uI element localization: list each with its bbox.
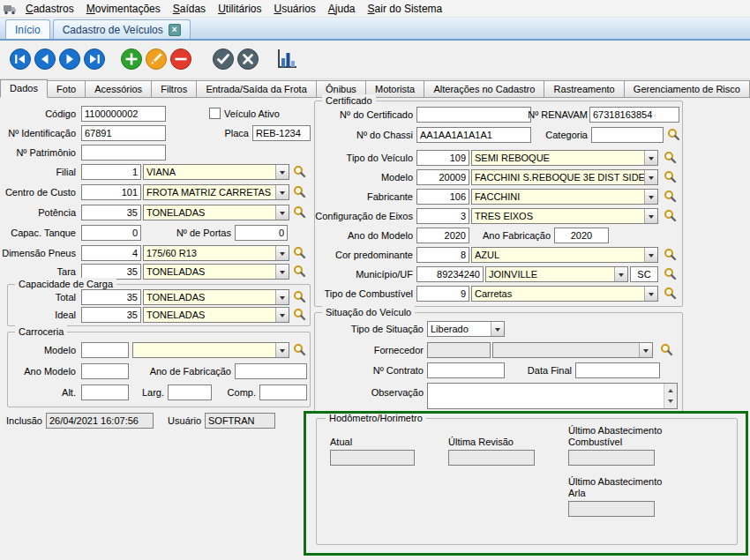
page-tab-entrada-saida[interactable]: Entrada/Saída da Frota [197,80,317,98]
abastecimento-combustivel-input[interactable] [568,450,655,466]
cor-search-icon[interactable] [664,248,677,261]
chevron-down-icon[interactable] [275,205,289,220]
chevron-down-icon[interactable] [644,248,657,262]
tara-search-icon[interactable] [293,265,306,278]
municipio-search-icon[interactable] [664,267,677,280]
chevron-down-icon[interactable] [275,165,289,179]
ultima-revisao-input[interactable] [448,450,535,466]
chevron-down-icon[interactable] [644,151,657,165]
config-eixos-code-input[interactable] [416,208,469,224]
ano-modelo-input[interactable] [416,228,469,243]
page-tab-filtros[interactable]: Filtros [152,80,197,98]
hodometro-atual-input[interactable] [330,450,415,466]
combustivel-combo[interactable]: Carretas [471,286,658,302]
modelo-combo[interactable]: FACCHINI S.REBOQUE 3E DIST SIDER [471,169,658,185]
codigo-input[interactable] [81,106,166,122]
ano-fabricacao-input[interactable] [554,228,609,243]
fornecedor-code-input[interactable] [427,342,491,358]
ideal-search-icon[interactable] [293,308,306,321]
close-tab-icon[interactable]: × [169,24,181,36]
categoria-input[interactable] [591,127,664,143]
tipo-situacao-combo[interactable]: Liberado [427,321,505,337]
tab-cadastro-de-veiculos[interactable]: Cadastro de Veículos × [53,19,191,39]
fabricante-search-icon[interactable] [664,190,677,203]
menu-utilitarios[interactable]: Utilitários [212,0,267,18]
next-record-button[interactable] [58,48,81,71]
menu-saidas[interactable]: Saídas [167,0,212,18]
veiculo-ativo-checkbox[interactable] [209,108,221,119]
page-tab-foto[interactable]: Foto [48,80,86,98]
alt-input[interactable] [81,385,129,400]
data-final-input[interactable] [575,362,660,378]
num-certificado-input[interactable] [416,107,531,123]
uf-input[interactable] [630,266,658,282]
renavam-input[interactable] [589,107,679,123]
centro-custo-code-input[interactable] [81,184,141,200]
potencia-combo[interactable]: TONELADAS [143,205,289,220]
potencia-search-icon[interactable] [293,205,306,219]
modelo-code-input[interactable] [416,169,469,185]
chevron-down-icon[interactable] [275,308,289,322]
tipo-veiculo-combo[interactable]: SEMI REBOQUE [471,150,658,166]
carroceria-ano-fabricacao-input[interactable] [235,363,307,379]
menu-usuarios[interactable]: Usuários [267,0,321,18]
comp-input[interactable] [259,385,307,400]
identificacao-input[interactable] [81,125,166,141]
chevron-down-icon[interactable] [491,322,504,336]
scroll-down-icon[interactable] [668,399,673,406]
filial-combo[interactable]: VIANA [143,164,289,180]
previous-record-button[interactable] [34,48,56,71]
chart-button[interactable] [275,48,298,71]
municipio-combo[interactable]: JOINVILLE [485,266,628,282]
chevron-down-icon[interactable] [644,170,657,184]
chevron-down-icon[interactable] [644,287,657,301]
menu-movimentacoes[interactable]: Movimentações [80,0,167,18]
chevron-down-icon[interactable] [644,190,657,204]
page-tab-rastreamento[interactable]: Rastreamento [544,80,624,98]
modelo-search-icon[interactable] [664,170,677,183]
menu-cadastros[interactable]: Cadastros [19,0,80,18]
chevron-down-icon[interactable] [614,267,627,281]
tara-combo[interactable]: TONELADAS [143,264,289,280]
total-search-icon[interactable] [293,290,306,303]
confirm-button[interactable] [212,48,235,71]
combustivel-search-icon[interactable] [664,287,677,300]
page-tab-alteracoes[interactable]: Alterações no Cadastro [424,80,544,98]
ideal-code-input[interactable] [81,307,141,323]
chevron-down-icon[interactable] [275,246,289,260]
total-combo[interactable]: TONELADAS [143,289,289,305]
centro-custo-combo[interactable]: FROTA MATRIZ CARRETAS [143,184,289,200]
dimensao-pneus-combo[interactable]: 175/60 R13 [143,245,289,261]
last-record-button[interactable] [83,48,106,71]
menu-ajuda[interactable]: Ajuda [322,0,362,18]
add-record-button[interactable] [120,48,143,71]
ideal-combo[interactable]: TONELADAS [143,307,289,323]
config-eixos-combo[interactable]: TRES EIXOS [471,208,658,224]
categoria-search-icon[interactable] [667,128,680,141]
patrimonio-input[interactable] [81,145,166,161]
filial-search-icon[interactable] [293,165,306,178]
scroll-up-icon[interactable] [668,386,673,392]
fornecedor-combo[interactable] [492,342,653,358]
fabricante-combo[interactable]: FACCHINI [471,189,658,205]
num-portas-input[interactable] [235,225,288,241]
carroceria-modelo-code-input[interactable] [81,342,129,358]
total-code-input[interactable] [81,289,141,305]
first-record-button[interactable] [9,48,32,71]
menu-sair-do-sistema[interactable]: Sair do Sistema [362,0,449,18]
cor-code-input[interactable] [416,247,469,263]
fabricante-code-input[interactable] [416,189,469,205]
carroceria-ano-modelo-input[interactable] [81,363,129,379]
larg-input[interactable] [168,385,212,400]
tab-inicio[interactable]: Início [5,19,50,39]
chevron-down-icon[interactable] [275,265,289,279]
observacao-textarea[interactable] [427,383,678,409]
chevron-down-icon[interactable] [275,185,289,199]
placa-input[interactable] [252,125,311,141]
cor-combo[interactable]: AZUL [471,247,658,263]
cancel-button[interactable] [236,48,259,71]
potencia-code-input[interactable] [81,205,141,220]
capac-tanque-input[interactable] [81,225,141,241]
page-tab-acessorios[interactable]: Acessórios [86,80,152,98]
dimensao-pneus-search-icon[interactable] [293,246,306,259]
